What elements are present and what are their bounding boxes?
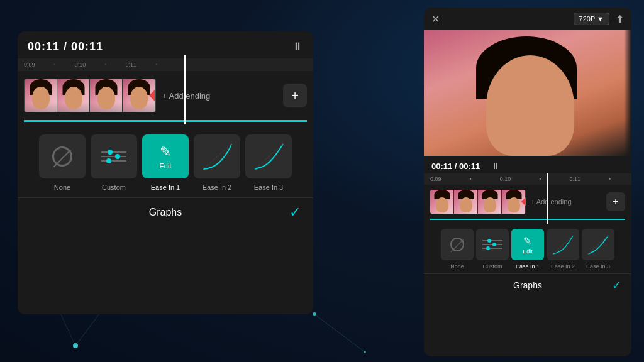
right-curve-ease-in-3-box [582, 229, 614, 260]
right-pencil-icon: ✎ [523, 235, 531, 247]
plus-button[interactable]: + [283, 84, 307, 107]
slider-line-2 [101, 156, 126, 157]
left-ruler: 0:09 • 0:10 • 0:11 • [18, 58, 313, 71]
right-add-ending[interactable]: + Add ending [531, 198, 572, 206]
svg-line-22 [588, 236, 608, 254]
right-ruler-11: 0:11 [569, 176, 580, 182]
right-ruler-dot2: • [539, 176, 541, 182]
ruler-mark-10: 0:10 [75, 62, 86, 68]
left-progress-bar [24, 120, 307, 122]
playhead [184, 55, 186, 124]
slider-track-1 [101, 151, 126, 153]
right-film-frame-2 [454, 190, 478, 214]
right-film-frame-4 [502, 190, 526, 214]
right-curve-none[interactable]: None [441, 229, 474, 270]
right-curve-ease-in-3[interactable]: Ease In 3 [582, 229, 614, 270]
right-filmstrip [430, 190, 526, 214]
right-timeline-header: 00:11 / 00:11 ⏸ [424, 156, 631, 173]
face-1 [32, 87, 50, 109]
right-ruler: 0:09 • 0:10 • 0:11 • [424, 173, 631, 185]
right-edit-text: Edit [523, 248, 533, 255]
right-film-frame-1 [430, 190, 454, 214]
quality-button[interactable]: 720P ▼ [574, 13, 609, 25]
no-icon [52, 146, 72, 167]
svg-line-20 [255, 144, 283, 169]
video-face [486, 55, 574, 156]
curve-ease-in-1[interactable]: ✎ Edit Ease In 1 [142, 134, 189, 191]
right-ease-in-3-svg [586, 234, 610, 256]
pencil-icon: ✎ [160, 144, 171, 160]
left-check-icon[interactable]: ✓ [289, 204, 301, 221]
left-panel-header: 00:11 / 00:11 ⏸ [18, 31, 313, 58]
close-button[interactable]: ✕ [431, 13, 440, 25]
right-handle-1 [487, 239, 491, 243]
right-face-2 [460, 197, 472, 212]
right-check-icon[interactable]: ✓ [612, 278, 621, 292]
ruler-dot-3: • [155, 62, 157, 68]
slider-handle-1 [108, 150, 113, 155]
film-frame-3 [90, 79, 123, 112]
slider-handle-2 [115, 154, 120, 159]
curve-ease-in-1-label: Ease In 1 [151, 184, 180, 191]
right-no-icon [450, 238, 464, 251]
curve-ease-in-2-box [194, 134, 240, 178]
right-progress-bar [430, 219, 625, 220]
right-pause-icon[interactable]: ⏸ [491, 161, 500, 171]
right-handle-2 [492, 243, 496, 246]
svg-line-21 [553, 236, 573, 254]
curve-none[interactable]: None [39, 134, 86, 191]
curve-none-box [39, 134, 86, 178]
ruler-mark-11: 0:11 [125, 62, 136, 68]
left-curve-options: None [18, 122, 313, 197]
right-curve-custom[interactable]: Custom [476, 229, 509, 270]
right-video-preview [424, 30, 631, 156]
face-2 [65, 87, 82, 109]
right-curve-custom-box [476, 229, 509, 260]
right-panel-header: ✕ 720P ▼ ⬆ [424, 8, 631, 30]
right-progress-fill [430, 219, 625, 220]
edit-label: Edit [160, 162, 172, 170]
right-curve-ease-in-1-box: ✎ Edit [511, 229, 544, 260]
right-time-display: 00:11 / 00:11 [431, 162, 480, 171]
right-curve-ease-in-2[interactable]: Ease In 2 [547, 229, 579, 270]
curve-none-label: None [54, 184, 70, 191]
right-filmstrip-area: + Add ending + [424, 185, 631, 219]
slider-track-3 [101, 160, 126, 162]
left-time-display: 00:11 / 00:11 [28, 40, 103, 53]
left-progress-fill [24, 120, 307, 122]
right-edit-icon: ✎ Edit [523, 235, 533, 255]
curve-custom[interactable]: Custom [91, 134, 137, 191]
right-face-1 [436, 197, 448, 212]
right-ruler-09: 0:09 [430, 176, 441, 182]
right-ruler-marks: 0:09 • 0:10 • 0:11 • [430, 176, 611, 182]
right-film-frame-3 [478, 190, 502, 214]
svg-point-16 [73, 343, 78, 348]
slider-track-2 [101, 156, 126, 157]
left-graphs-footer: Graphs ✓ [18, 197, 313, 227]
ease-in-2-svg [200, 141, 235, 172]
right-curve-options: None Custom [424, 222, 631, 273]
left-timeline-area: + Add ending + [18, 71, 313, 120]
curve-ease-in-3[interactable]: Ease In 3 [245, 134, 292, 191]
ruler-mark-09: 0:09 [24, 62, 35, 68]
curve-ease-in-3-label: Ease In 3 [254, 184, 283, 191]
right-plus-button[interactable]: + [606, 192, 625, 211]
add-ending-button[interactable]: + Add ending [162, 91, 210, 101]
curve-ease-in-2[interactable]: Ease In 2 [194, 134, 240, 191]
curve-ease-in-1-box: ✎ Edit [142, 134, 189, 178]
right-diamond-marker [521, 197, 526, 206]
svg-point-18 [364, 351, 366, 353]
right-curve-none-label: None [450, 263, 464, 270]
right-slider-1 [482, 240, 502, 241]
right-face-3 [484, 197, 496, 212]
svg-line-19 [203, 144, 231, 169]
upload-button[interactable]: ⬆ [616, 13, 624, 25]
right-curve-ease-in-1[interactable]: ✎ Edit Ease In 1 [511, 229, 544, 270]
right-ease-in-2-svg [551, 234, 575, 256]
left-pause-icon[interactable]: ⏸ [292, 40, 303, 53]
face-3 [97, 87, 115, 109]
slider-line-1 [101, 151, 126, 153]
right-curve-ease-in-3-label: Ease In 3 [586, 263, 610, 270]
right-curve-ease-in-2-label: Ease In 2 [551, 263, 575, 270]
ruler-dot-1: • [54, 62, 56, 68]
